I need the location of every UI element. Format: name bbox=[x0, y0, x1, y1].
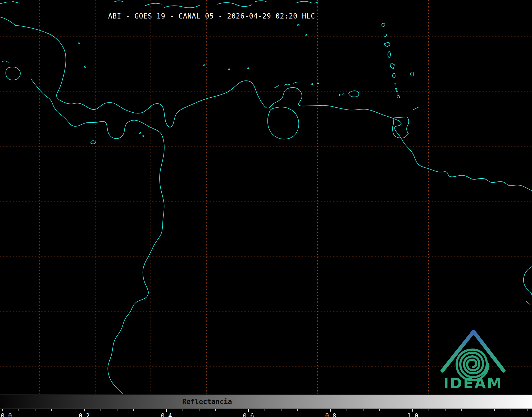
colorbar-tick bbox=[412, 409, 413, 412]
logo-text: IDEAM bbox=[443, 374, 503, 392]
colorbar-minor-ticks bbox=[0, 409, 532, 411]
colorbar-tick-label: 0.2 bbox=[79, 412, 90, 417]
colorbar-tick bbox=[84, 409, 84, 412]
colorbar-tick-label: 0.6 bbox=[243, 412, 254, 417]
colorbar-tick bbox=[248, 409, 249, 412]
colorbar-tick-label: 1.0 bbox=[407, 412, 418, 417]
colorbar-axis: 0.0 0.2 0.4 0.6 0.8 1.0 bbox=[0, 409, 532, 417]
image-title: ABI - GOES 19 - CANAL 05 - 2026-04-29 02… bbox=[108, 12, 315, 20]
colorbar-tick-label: 0.8 bbox=[325, 412, 336, 417]
colorbar-tick bbox=[330, 409, 331, 412]
colorbar-tick bbox=[2, 409, 2, 412]
satellite-image-viewport: IDEAM ABI - GOES 19 - CANAL 05 - 2026-04… bbox=[0, 0, 532, 417]
ideam-logo: IDEAM bbox=[0, 0, 532, 417]
colorbar-tick-label: 0.0 bbox=[1, 412, 12, 417]
colorbar-tick-label: 0.4 bbox=[161, 412, 172, 417]
colorbar-tick bbox=[166, 409, 167, 412]
colorbar: Reflectancia bbox=[0, 395, 532, 409]
colorbar-label: Reflectancia bbox=[182, 398, 232, 406]
logo-mountain-icon bbox=[442, 332, 504, 371]
